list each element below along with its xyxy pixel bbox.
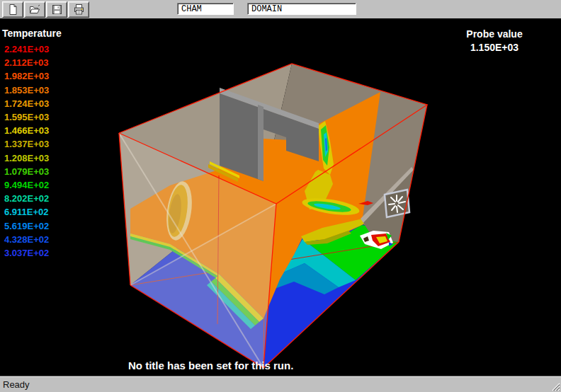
save-icon [51, 4, 63, 16]
legend-value: 5.619E+02 [4, 219, 49, 233]
viewport-3d-scene [0, 19, 561, 376]
legend-value: 1.853E+03 [4, 83, 49, 97]
print-button[interactable] [68, 1, 89, 18]
viewport-3d[interactable]: Temperature 2.241E+032.112E+031.982E+031… [0, 19, 561, 376]
legend-value: 6.911E+02 [4, 205, 49, 219]
resize-grip-icon[interactable] [550, 381, 560, 391]
legend-value: 1.079E+03 [4, 165, 49, 178]
legend-value: 1.466E+03 [4, 124, 49, 137]
run-title-message: No title has been set for this run. [128, 359, 293, 371]
legend-value: 3.037E+02 [4, 246, 49, 260]
legend-value: 8.202E+02 [4, 192, 49, 205]
legend-value: 1.337E+03 [4, 137, 49, 151]
legend-title: Temperature [2, 28, 62, 39]
legend-value: 1.595E+03 [4, 110, 49, 124]
open-folder-icon [29, 4, 41, 16]
open-file-button[interactable] [24, 1, 45, 18]
legend-value: 1.982E+03 [4, 69, 49, 83]
probe-value: 1.150E+03 [452, 41, 537, 54]
probe-label: Probe value [452, 28, 537, 41]
legend-value: 2.241E+03 [4, 42, 49, 56]
toolbar: CHAM DOMAIN [0, 0, 561, 19]
legend-values: 2.241E+032.112E+031.982E+031.853E+031.72… [4, 42, 49, 260]
legend-value: 9.494E+02 [4, 178, 49, 192]
save-button[interactable] [46, 1, 67, 18]
domain-field[interactable]: DOMAIN [247, 3, 356, 15]
new-file-icon [7, 4, 19, 16]
legend-value: 2.112E+03 [4, 56, 49, 69]
legend-value: 4.328E+02 [4, 233, 49, 246]
print-icon [73, 4, 85, 16]
legend-value: 1.724E+03 [4, 97, 49, 110]
application-window: CHAM DOMAIN [0, 0, 561, 392]
probe-readout: Probe value 1.150E+03 [452, 28, 537, 54]
legend-value: 1.208E+03 [4, 151, 49, 165]
new-file-button[interactable] [2, 1, 23, 18]
fan-icon [385, 190, 409, 217]
status-bar: Ready [0, 376, 561, 392]
name-field[interactable]: CHAM [177, 3, 234, 15]
status-text: Ready [3, 379, 30, 390]
